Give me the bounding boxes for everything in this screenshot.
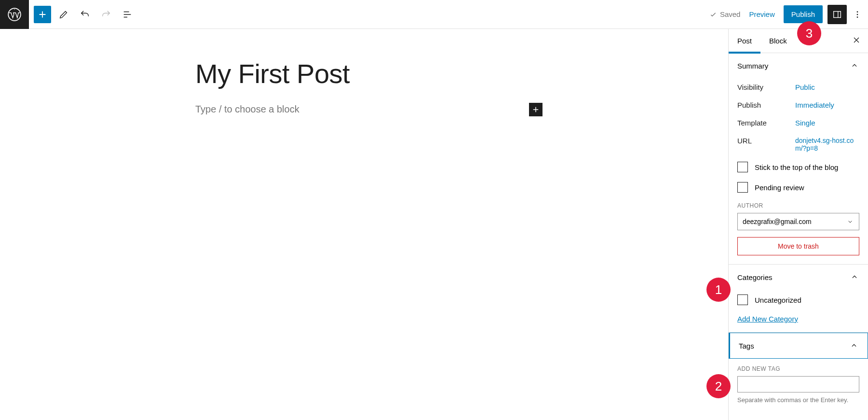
pending-label: Pending review [755,183,804,192]
chevron-up-icon [849,341,859,350]
pencil-icon [58,9,69,20]
url-label: URL [737,137,795,152]
saved-label: Saved [720,10,741,18]
tab-post[interactable]: Post [729,29,760,53]
panel-summary-header[interactable]: Summary [729,53,868,78]
check-icon [709,11,717,18]
author-select[interactable]: deezgrafix@gmail.com [737,213,859,230]
undo-icon [80,9,90,20]
row-url: URL donjetv4.sg-host.com/?p=8 [737,132,859,157]
publish-value[interactable]: Immediately [795,101,859,109]
main-area: My First Post Type / to choose a block P… [0,29,868,420]
chevron-down-icon [846,218,854,225]
author-value: deezgrafix@gmail.com [743,218,812,225]
dots-vertical-icon [852,9,863,20]
sticky-checkbox[interactable] [737,162,748,172]
saved-status: Saved [709,10,741,18]
add-new-category-link[interactable]: Add New Category [737,315,798,323]
panel-categories: Categories Uncategorized Add New Categor… [729,265,868,333]
top-toolbar: Saved Preview Publish [0,0,868,29]
visibility-value[interactable]: Public [795,83,859,91]
svg-point-3 [857,14,858,15]
editor-canvas[interactable]: My First Post Type / to choose a block [0,29,728,420]
panel-summary: Summary Visibility Public Publish Immedi… [729,53,868,265]
wordpress-icon [8,8,21,21]
uncategorized-checkbox[interactable] [737,294,748,305]
chevron-up-icon [850,272,859,282]
publish-label: Publish [737,101,795,109]
svg-rect-1 [834,11,841,17]
template-label: Template [737,119,795,127]
panel-tags-header[interactable]: Tags [730,333,868,358]
annotation-marker-1: 1 [706,278,731,302]
svg-point-0 [8,8,21,21]
block-placeholder[interactable]: Type / to choose a block [195,104,533,115]
row-publish: Publish Immediately [737,96,859,114]
category-uncategorized-row: Uncategorized [737,290,859,310]
block-placeholder-text: Type / to choose a block [195,104,299,115]
settings-toggle-button[interactable] [827,5,847,24]
summary-title: Summary [737,62,768,70]
uncategorized-label: Uncategorized [755,296,801,304]
row-visibility: Visibility Public [737,78,859,96]
svg-point-4 [857,16,858,18]
redo-icon [101,9,111,20]
toolbar-right: Saved Preview Publish [709,5,868,24]
tools-button[interactable] [55,6,72,23]
annotation-marker-2: 2 [706,374,731,398]
tags-body: ADD NEW TAG Separate with commas or the … [729,359,868,412]
pending-checkbox[interactable] [737,182,748,193]
move-to-trash-button[interactable]: Move to trash [737,237,859,255]
summary-body: Visibility Public Publish Immediately Te… [729,78,868,264]
post-title[interactable]: My First Post [195,58,533,89]
list-icon [122,9,133,20]
tab-block[interactable]: Block [760,29,796,53]
chevron-up-icon [850,61,859,70]
editor-content: My First Post Type / to choose a block [195,58,533,115]
panel-categories-header[interactable]: Categories [729,265,868,290]
row-template: Template Single [737,114,859,132]
categories-title: Categories [737,273,773,281]
preview-button[interactable]: Preview [749,10,774,18]
toolbar-left [29,6,136,23]
categories-body: Uncategorized Add New Category [729,290,868,332]
sticky-row: Stick to the top of the blog [737,157,859,177]
redo-button[interactable] [97,6,115,23]
plus-icon [531,105,540,114]
publish-button[interactable]: Publish [784,5,823,23]
author-section-label: AUTHOR [737,202,859,209]
template-value[interactable]: Single [795,119,859,127]
tags-title: Tags [739,342,754,350]
document-overview-button[interactable] [119,6,136,23]
url-value[interactable]: donjetv4.sg-host.com/?p=8 [795,137,859,152]
pending-row: Pending review [737,177,859,197]
add-tag-input[interactable] [737,376,859,392]
panel-tags: Tags [729,333,868,359]
close-icon [852,35,861,45]
panel-tags-body-wrap: ADD NEW TAG Separate with commas or the … [729,359,868,412]
undo-button[interactable] [76,6,94,23]
sidebar-icon [832,9,842,20]
publish-label: Publish [791,10,815,18]
inline-add-block-button[interactable] [529,103,542,116]
plus-icon [37,9,48,20]
add-block-button[interactable] [34,6,51,23]
svg-point-2 [857,11,858,13]
settings-sidebar: Post Block Summary Visibility Public Pub… [728,29,868,420]
annotation-marker-3: 3 [797,21,821,45]
more-options-button[interactable] [852,9,863,20]
add-tag-label: ADD NEW TAG [737,365,859,372]
visibility-label: Visibility [737,83,795,91]
close-sidebar-button[interactable] [852,35,861,47]
tags-hint: Separate with commas or the Enter key. [737,396,859,404]
wordpress-logo[interactable] [0,0,29,29]
sticky-label: Stick to the top of the blog [755,163,838,171]
